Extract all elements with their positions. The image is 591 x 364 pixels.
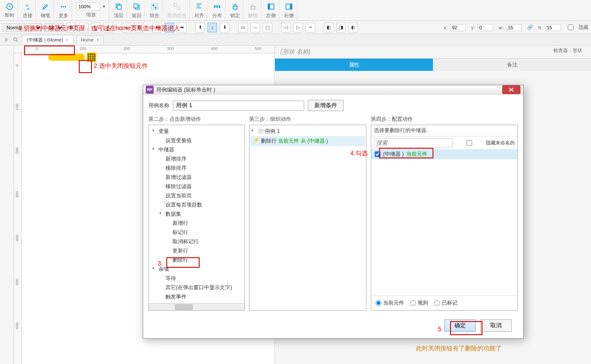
tool-pen[interactable]: 钢笔: [38, 0, 54, 21]
tool-ungroup[interactable]: 取消组合: [165, 0, 190, 21]
numbered-button[interactable]: ≣: [134, 23, 144, 32]
action-remove-filter[interactable]: 移除过滤器: [150, 182, 243, 191]
italic-button[interactable]: I: [79, 23, 88, 32]
scrollbar-horizontal[interactable]: [149, 303, 244, 310]
repeater-checkbox[interactable]: [375, 151, 380, 157]
align-left-button[interactable]: ⬅: [152, 23, 162, 32]
shape-name-field[interactable]: (形状 名称): [275, 46, 591, 59]
svg-rect-11: [174, 4, 176, 6]
group-icon: [149, 2, 160, 11]
w-input[interactable]: [506, 24, 522, 31]
shadow-outer-button[interactable]: ◧: [324, 23, 334, 32]
left-strip: [0, 46, 14, 364]
line-style-button[interactable]: ┅: [306, 23, 315, 32]
tool-back[interactable]: 返回: [129, 0, 145, 21]
action-set-variable[interactable]: 设置变量值: [150, 136, 243, 145]
tool-group[interactable]: 组合: [147, 0, 163, 21]
action-set-items-per-page[interactable]: 设置每页项目数: [150, 200, 243, 210]
tool-link[interactable]: 连接: [20, 0, 36, 21]
case-name-input[interactable]: [173, 101, 304, 111]
action-add-sort[interactable]: 新增排序: [150, 154, 243, 164]
shadow-inner-button[interactable]: ◨: [336, 23, 346, 32]
ok-button[interactable]: 确定: [444, 319, 476, 332]
action-node[interactable]: ⚡ 删除行 当前元件 从 (中继器 ): [250, 136, 365, 146]
dialog-close-button[interactable]: [502, 85, 521, 94]
cancel-button[interactable]: 取消: [480, 319, 512, 332]
hidden-checkbox[interactable]: [568, 24, 573, 30]
font-color-button[interactable]: A: [103, 23, 113, 32]
config-search-input[interactable]: [374, 138, 453, 147]
tab-properties[interactable]: 属性: [275, 59, 433, 71]
opacity-button[interactable]: ◐: [348, 23, 358, 32]
tree-group-misc[interactable]: ▾杂项: [150, 265, 243, 274]
bullets-button[interactable]: ≡: [122, 23, 131, 32]
chevron-down-icon[interactable]: ▼: [102, 4, 106, 9]
page-tab-active[interactable]: (中继器 ) (Home) ×: [22, 35, 74, 45]
tab-notes[interactable]: 备注: [433, 59, 591, 71]
repeater-widget[interactable]: [87, 52, 96, 62]
tool-unlock[interactable]: 解锁: [245, 0, 261, 21]
valign-middle-button[interactable]: ↕: [208, 23, 217, 32]
border-button[interactable]: ▢: [263, 23, 272, 32]
action-fire-event[interactable]: 触发事件: [150, 292, 243, 301]
align-right-button[interactable]: ➡: [177, 23, 186, 32]
radio-rule[interactable]: 规则: [410, 299, 428, 307]
yellow-shape[interactable]: [48, 54, 85, 61]
unlock-icon: [248, 2, 258, 11]
line-end-button[interactable]: ▷: [293, 23, 303, 32]
tree-group-variable[interactable]: ▾变量: [150, 127, 243, 136]
action-other[interactable]: 其它(在弹出窗口中显示文字): [150, 283, 243, 292]
config-repeater-item[interactable]: (中继器 ) 当前元件: [371, 149, 517, 159]
close-icon[interactable]: ×: [66, 37, 68, 42]
add-condition-button[interactable]: 新增条件: [308, 100, 344, 111]
action-update-row[interactable]: 更新行: [150, 246, 243, 256]
config-box: 选择要删除行的中继器. 隐藏未命名的 (中继器 ) 当前元件 当前元件: [371, 125, 518, 311]
tool-align[interactable]: 对齐: [191, 0, 208, 21]
h-input[interactable]: [545, 24, 561, 31]
hide-unnamed-checkbox[interactable]: [455, 140, 483, 146]
valign-top-button[interactable]: ⬆: [195, 23, 205, 32]
action-set-page[interactable]: 设置当前页: [150, 191, 243, 200]
style-select[interactable]: Normal: [3, 23, 42, 32]
action-wait[interactable]: 等待: [150, 274, 243, 283]
bold-button[interactable]: B: [67, 23, 76, 32]
tool-clock[interactable]: 即时: [2, 0, 18, 21]
font-size-select[interactable]: 13: [45, 23, 64, 32]
tree-group-repeater[interactable]: ▾中继器: [150, 145, 243, 154]
line-start-button[interactable]: ◁: [281, 23, 291, 32]
tool-left-panel[interactable]: 左侧: [263, 0, 279, 21]
action-add-filter[interactable]: 新增过滤器: [150, 173, 243, 182]
x-input[interactable]: [450, 24, 466, 31]
tool-distribute[interactable]: 分布: [209, 0, 225, 21]
case-node[interactable]: ▾ ▤ 用例 1: [250, 127, 365, 136]
action-add-row[interactable]: 新增行: [150, 219, 243, 228]
line-button[interactable]: ─: [250, 23, 260, 32]
action-delete-row[interactable]: 删除行: [150, 256, 243, 265]
radio-current[interactable]: 当前元件: [376, 299, 404, 307]
fill-button[interactable]: ▭: [238, 23, 248, 32]
svg-rect-17: [251, 6, 255, 9]
zoom-select[interactable]: [76, 3, 100, 10]
action-remove-sort[interactable]: 移除排序: [150, 164, 243, 173]
tool-lock[interactable]: 锁定: [227, 0, 243, 21]
search-icon[interactable]: [12, 36, 19, 43]
radio-marked[interactable]: 已标记: [434, 299, 457, 307]
underline-button[interactable]: U: [91, 23, 101, 32]
align-center-button[interactable]: ↔: [165, 23, 174, 32]
action-mark-row[interactable]: 标记行: [150, 228, 243, 237]
menu-icon[interactable]: ≡: [3, 36, 10, 43]
dialog-titlebar[interactable]: RP 用例编辑器 (鼠标单击时 ): [143, 85, 523, 94]
valign-bottom-button[interactable]: ⬇: [220, 23, 229, 32]
close-icon[interactable]: ×: [96, 37, 99, 42]
action-unmark-row[interactable]: 取消标记行: [150, 237, 243, 246]
more-icon: [58, 2, 69, 11]
tree-group-dataset[interactable]: ▾数据集: [150, 210, 243, 219]
y-input[interactable]: [478, 24, 493, 31]
pen-icon: [40, 2, 51, 11]
tool-front[interactable]: 顶层: [111, 0, 127, 21]
lock-aspect-icon[interactable]: 🔗: [527, 24, 533, 30]
front-icon: [113, 2, 124, 11]
tool-more[interactable]: 更多: [56, 0, 72, 21]
tool-right-panel[interactable]: 右侧: [281, 0, 297, 21]
page-tab-home[interactable]: Home ×: [76, 35, 104, 44]
